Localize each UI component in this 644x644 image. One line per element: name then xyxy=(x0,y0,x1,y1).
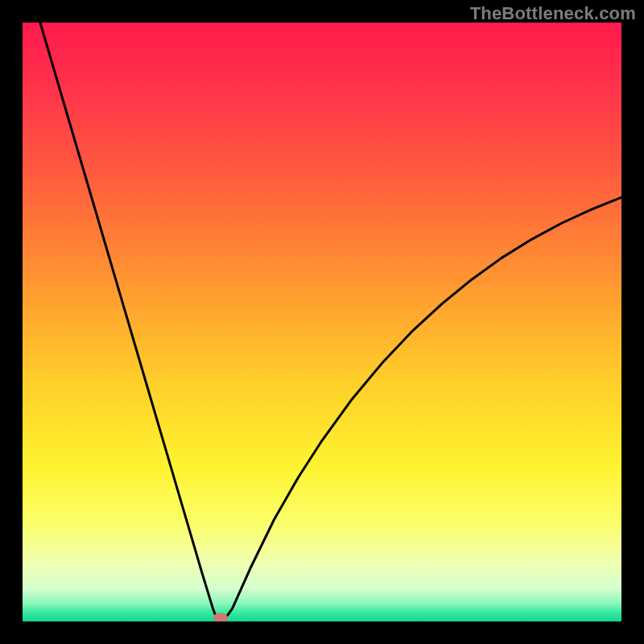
chart-frame: TheBottleneck.com xyxy=(0,0,644,644)
bottleneck-curve xyxy=(23,23,621,621)
optimal-point-marker xyxy=(213,613,228,621)
watermark-text: TheBottleneck.com xyxy=(470,3,636,24)
plot-area xyxy=(23,23,621,621)
